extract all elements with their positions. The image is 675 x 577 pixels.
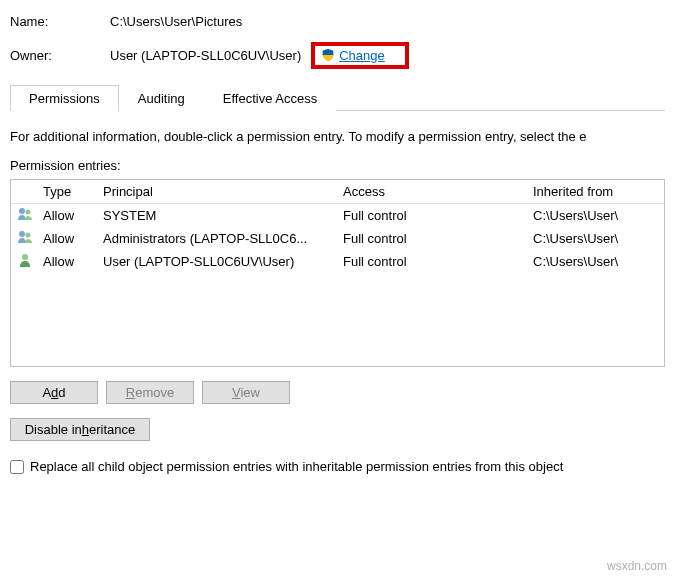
cell-access: Full control (335, 227, 525, 250)
name-row: Name: C:\Users\User\Pictures (10, 10, 665, 32)
table-row[interactable]: AllowUser (LAPTOP-SLL0C6UV\User)Full con… (11, 250, 664, 273)
remove-button: Remove (106, 381, 194, 404)
svg-point-4 (22, 254, 28, 260)
name-value: C:\Users\User\Pictures (110, 14, 242, 29)
tab-effective-access[interactable]: Effective Access (204, 85, 336, 111)
cell-access: Full control (335, 250, 525, 273)
tab-permissions[interactable]: Permissions (10, 85, 119, 111)
col-principal-header[interactable]: Principal (95, 180, 335, 204)
description-text: For additional information, double-click… (10, 129, 665, 144)
add-button[interactable]: Add (10, 381, 98, 404)
change-owner-highlight: Change (311, 42, 409, 69)
table-row[interactable]: AllowAdministrators (LAPTOP-SLL0C6...Ful… (11, 227, 664, 250)
entry-buttons-row: Add Remove View (10, 381, 665, 404)
disable-inheritance-button[interactable]: Disable inheritance (10, 418, 150, 441)
permission-entries-table[interactable]: Type Principal Access Inherited from All… (10, 179, 665, 367)
replace-children-checkbox[interactable] (10, 460, 24, 474)
col-access-header[interactable]: Access (335, 180, 525, 204)
change-owner-link[interactable]: Change (339, 48, 385, 63)
tab-auditing[interactable]: Auditing (119, 85, 204, 111)
table-row[interactable]: AllowSYSTEMFull controlC:\Users\User\ (11, 204, 664, 228)
watermark: wsxdn.com (607, 559, 667, 573)
svg-point-1 (26, 210, 31, 215)
owner-row: Owner: User (LAPTOP-SLL0C6UV\User) Chang… (10, 44, 665, 66)
view-button: View (202, 381, 290, 404)
cell-type: Allow (35, 250, 95, 273)
cell-principal: Administrators (LAPTOP-SLL0C6... (95, 227, 335, 250)
cell-access: Full control (335, 204, 525, 228)
owner-value: User (LAPTOP-SLL0C6UV\User) (110, 48, 301, 63)
table-header-row: Type Principal Access Inherited from (11, 180, 664, 204)
svg-point-2 (19, 231, 25, 237)
group-icon (11, 204, 35, 228)
replace-children-label[interactable]: Replace all child object permission entr… (30, 459, 563, 474)
cell-inherited: C:\Users\User\ (525, 227, 664, 250)
user-icon (11, 250, 35, 273)
cell-type: Allow (35, 227, 95, 250)
svg-point-0 (19, 208, 25, 214)
tab-strip: Permissions Auditing Effective Access (10, 84, 665, 111)
col-type-header[interactable]: Type (35, 180, 95, 204)
cell-principal: SYSTEM (95, 204, 335, 228)
cell-inherited: C:\Users\User\ (525, 250, 664, 273)
replace-children-row[interactable]: Replace all child object permission entr… (10, 459, 665, 474)
owner-label: Owner: (10, 48, 110, 63)
cell-inherited: C:\Users\User\ (525, 204, 664, 228)
cell-principal: User (LAPTOP-SLL0C6UV\User) (95, 250, 335, 273)
col-inherited-header[interactable]: Inherited from (525, 180, 664, 204)
col-icon-header[interactable] (11, 180, 35, 204)
svg-point-3 (26, 233, 31, 238)
name-label: Name: (10, 14, 110, 29)
shield-icon (321, 48, 335, 62)
disable-inheritance-row: Disable inheritance (10, 418, 665, 441)
permission-entries-label: Permission entries: (10, 158, 665, 173)
group-icon (11, 227, 35, 250)
cell-type: Allow (35, 204, 95, 228)
